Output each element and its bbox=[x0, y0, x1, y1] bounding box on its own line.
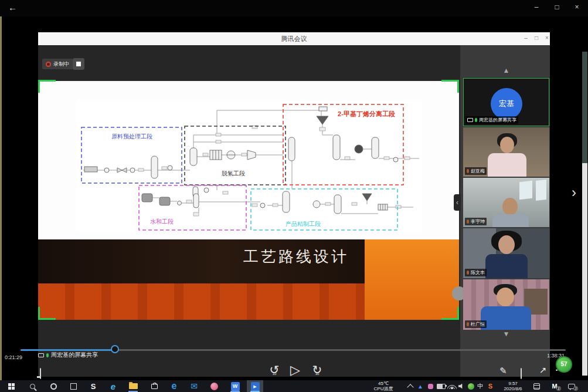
edit-button[interactable]: ✎ bbox=[499, 366, 507, 376]
seek-handle[interactable] bbox=[111, 345, 119, 353]
ime-tray-button[interactable]: M 1 bbox=[549, 380, 560, 392]
media-app-button[interactable] bbox=[208, 380, 220, 392]
share-bracket-tr bbox=[457, 80, 459, 93]
meeting-restore-button[interactable]: □ bbox=[532, 35, 541, 41]
scrollbar-thumb[interactable] bbox=[582, 52, 587, 163]
sidebar-collapse-tab[interactable]: ‹ bbox=[454, 194, 461, 211]
participant-tile-screenshare[interactable]: 宏基 周宏基的屏幕共享 bbox=[463, 78, 549, 126]
section-label-hydration: 水和工段 bbox=[150, 218, 174, 225]
tray-expand-button[interactable] bbox=[406, 380, 415, 392]
media-app-icon bbox=[210, 383, 218, 390]
cpu-temp-value: 45℃ bbox=[374, 381, 393, 386]
share-bracket-bl bbox=[38, 307, 40, 320]
tray-app-triangle[interactable]: ▲ bbox=[416, 380, 424, 392]
participant-caption: 杜广恒 bbox=[471, 321, 485, 327]
back-icon[interactable]: ← bbox=[8, 2, 17, 12]
wifi-icon bbox=[447, 383, 457, 389]
aspect-ratio-button[interactable] bbox=[521, 369, 522, 379]
mini-player-button[interactable] bbox=[40, 369, 41, 379]
wps-button[interactable]: W bbox=[229, 380, 242, 392]
wps-icon: W bbox=[231, 382, 240, 391]
forward-30-button[interactable]: ↻30 bbox=[311, 364, 324, 376]
play-button[interactable]: ▷ bbox=[290, 363, 300, 378]
mic-icon bbox=[46, 353, 49, 357]
input-method-indicator[interactable]: 中 bbox=[476, 380, 485, 392]
task-view-button[interactable] bbox=[67, 380, 80, 392]
process-flow-diagram: 原料预处理工段 脱氢工段 2-甲基丁烯分离工段 水和工段 产品精制工段 bbox=[76, 101, 422, 232]
tray-time: 9:57 bbox=[504, 381, 522, 386]
edge-button[interactable]: e bbox=[168, 380, 181, 392]
file-explorer-button[interactable] bbox=[127, 380, 140, 392]
floating-ball[interactable]: 57 bbox=[556, 356, 572, 373]
cortana-icon bbox=[50, 383, 57, 390]
battery-status[interactable] bbox=[436, 380, 446, 392]
touch-keyboard-button[interactable] bbox=[531, 380, 542, 392]
s-app-button[interactable]: S bbox=[87, 380, 100, 392]
participant-tile[interactable]: 李宇坤 bbox=[463, 178, 549, 227]
notifications-button[interactable]: 3 bbox=[565, 380, 578, 392]
mic-icon bbox=[475, 118, 477, 122]
meeting-titlebar: 腾讯会议 – □ × bbox=[38, 32, 550, 46]
participant-tile[interactable]: 杜广恒 bbox=[463, 279, 549, 330]
wallpaper-sliver bbox=[0, 16, 2, 380]
cortana-button[interactable] bbox=[47, 380, 60, 392]
app-maximize-button[interactable]: □ bbox=[551, 3, 563, 11]
windows-logo-icon bbox=[8, 383, 15, 390]
meeting-minimize-button[interactable]: – bbox=[521, 35, 531, 41]
mic-icon bbox=[467, 322, 469, 326]
participant-caption: 赵亚梅 bbox=[471, 168, 485, 174]
participant-caption: 陈文丰 bbox=[471, 269, 485, 276]
fullscreen-button[interactable]: ↗ bbox=[539, 365, 547, 376]
chevron-up-icon bbox=[407, 384, 413, 390]
app-close-button[interactable]: × bbox=[571, 3, 583, 11]
sogou-tray-icon[interactable]: S bbox=[486, 380, 495, 392]
elapsed-time: 0:21:29 bbox=[5, 354, 22, 360]
slide-title: 工艺路线设计 bbox=[232, 246, 361, 267]
volume-status[interactable] bbox=[457, 380, 466, 392]
start-button[interactable] bbox=[5, 380, 18, 392]
cpu-temp-widget[interactable]: 45℃CPU温度 bbox=[368, 380, 399, 392]
screen-share-icon bbox=[38, 353, 44, 357]
ime-badge: 1 bbox=[556, 386, 561, 391]
stop-recording-button[interactable] bbox=[73, 58, 84, 70]
stop-icon bbox=[76, 62, 81, 66]
next-page-icon[interactable]: › bbox=[572, 184, 576, 201]
folder-icon bbox=[129, 383, 138, 389]
meeting-title: 腾讯会议 bbox=[38, 35, 550, 43]
section-label-pretreatment: 原料预处理工段 bbox=[111, 133, 152, 140]
participant-tile[interactable]: 陈文丰 bbox=[463, 228, 549, 278]
movies-tv-button[interactable]: ▶ bbox=[249, 380, 261, 392]
movies-tv-icon: ▶ bbox=[251, 382, 260, 391]
edge-icon: e bbox=[172, 381, 177, 391]
battery-icon bbox=[437, 384, 446, 389]
network-status[interactable] bbox=[447, 380, 457, 392]
share-bracket-bl bbox=[38, 318, 56, 320]
store-bag-icon bbox=[151, 384, 158, 389]
tray-app-pink[interactable] bbox=[426, 380, 434, 392]
app-minimize-button[interactable]: – bbox=[531, 3, 542, 11]
recording-label: 录制中 bbox=[53, 60, 69, 68]
participant-caption: 李宇坤 bbox=[471, 218, 485, 225]
meeting-close-button[interactable]: × bbox=[542, 35, 552, 41]
store-button[interactable] bbox=[148, 380, 161, 392]
participant-tile[interactable]: 赵亚梅 bbox=[463, 127, 549, 177]
mail-button[interactable]: ✉ bbox=[188, 380, 200, 392]
speaker-icon bbox=[458, 384, 465, 389]
slide-orange-strip bbox=[38, 283, 365, 320]
aspect-ratio-icon bbox=[521, 368, 522, 379]
participants-scroll-up-icon[interactable]: ▲ bbox=[463, 66, 549, 75]
search-icon bbox=[30, 384, 35, 389]
share-bracket-tl bbox=[38, 80, 56, 82]
tray-app-green[interactable] bbox=[467, 380, 475, 392]
internet-explorer-button[interactable]: e bbox=[107, 380, 120, 392]
participant-caption: 周宏基的屏幕共享 bbox=[479, 117, 516, 123]
mic-icon bbox=[467, 219, 469, 224]
clock[interactable]: 9:572020/8/6 bbox=[496, 380, 530, 392]
cpu-temp-label: CPU温度 bbox=[374, 386, 393, 391]
task-view-icon bbox=[70, 383, 77, 390]
rewind-10-button[interactable]: ↺10 bbox=[268, 364, 281, 376]
search-button[interactable] bbox=[26, 380, 39, 392]
participants-scroll-down-icon[interactable]: ▼ bbox=[463, 330, 549, 338]
notification-badge: 3 bbox=[573, 386, 578, 391]
rewind-icon: ↺10 bbox=[270, 364, 280, 376]
